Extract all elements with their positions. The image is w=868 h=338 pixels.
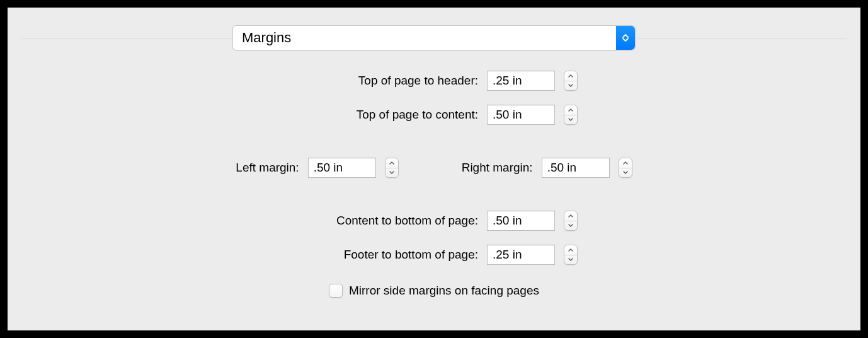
- input-left-margin[interactable]: [308, 158, 376, 178]
- stepper-up-icon[interactable]: [564, 211, 577, 221]
- margins-panel: Margins Top of page to header: Top of pa…: [8, 8, 860, 330]
- stepper-footer-bottom[interactable]: [564, 245, 578, 265]
- pair-right-margin: Right margin:: [462, 158, 632, 178]
- section-dropdown-label: Margins: [242, 30, 291, 46]
- stepper-right-margin[interactable]: [619, 158, 632, 178]
- divider-left: [21, 38, 231, 38]
- input-content-bottom[interactable]: [487, 211, 555, 231]
- stepper-down-icon[interactable]: [385, 168, 398, 178]
- label-right-margin: Right margin:: [462, 161, 533, 175]
- stepper-down-icon[interactable]: [564, 81, 577, 91]
- margins-form: Top of page to header: Top of page to co…: [8, 71, 860, 318]
- row-top-content: Top of page to content:: [8, 105, 860, 125]
- stepper-top-header[interactable]: [564, 71, 578, 91]
- section-divider: Margins: [21, 25, 847, 50]
- stepper-down-icon[interactable]: [564, 115, 577, 125]
- label-content-bottom: Content to bottom of page:: [283, 214, 478, 228]
- label-mirror-margins: Mirror side margins on facing pages: [349, 284, 539, 298]
- divider-right: [637, 38, 847, 38]
- stepper-down-icon[interactable]: [619, 168, 632, 178]
- row-top-header: Top of page to header:: [8, 71, 860, 91]
- row-left-right: Left margin: Right margin:: [8, 158, 860, 178]
- label-top-content: Top of page to content:: [283, 108, 478, 122]
- pair-left-margin: Left margin:: [236, 158, 398, 178]
- stepper-down-icon[interactable]: [564, 255, 577, 265]
- label-left-margin: Left margin:: [236, 161, 299, 175]
- input-footer-bottom[interactable]: [487, 245, 555, 265]
- stepper-left-margin[interactable]: [385, 158, 399, 178]
- input-right-margin[interactable]: [542, 158, 610, 178]
- row-content-bottom: Content to bottom of page:: [8, 211, 860, 231]
- stepper-up-icon[interactable]: [619, 158, 632, 168]
- stepper-down-icon[interactable]: [564, 221, 577, 231]
- stepper-up-icon[interactable]: [564, 71, 577, 81]
- stepper-up-icon[interactable]: [564, 105, 577, 115]
- label-top-header: Top of page to header:: [283, 74, 478, 88]
- input-top-content[interactable]: [487, 105, 555, 125]
- section-dropdown[interactable]: Margins: [232, 25, 636, 50]
- stepper-top-content[interactable]: [564, 105, 578, 125]
- stepper-up-icon[interactable]: [564, 245, 577, 255]
- chevron-up-down-icon: [616, 26, 635, 50]
- row-mirror-margins: Mirror side margins on facing pages: [8, 284, 860, 298]
- label-footer-bottom: Footer to bottom of page:: [283, 248, 478, 262]
- checkbox-mirror-margins[interactable]: [329, 284, 343, 298]
- row-footer-bottom: Footer to bottom of page:: [8, 245, 860, 265]
- input-top-header[interactable]: [487, 71, 555, 91]
- stepper-content-bottom[interactable]: [564, 211, 578, 231]
- stepper-up-icon[interactable]: [385, 158, 398, 168]
